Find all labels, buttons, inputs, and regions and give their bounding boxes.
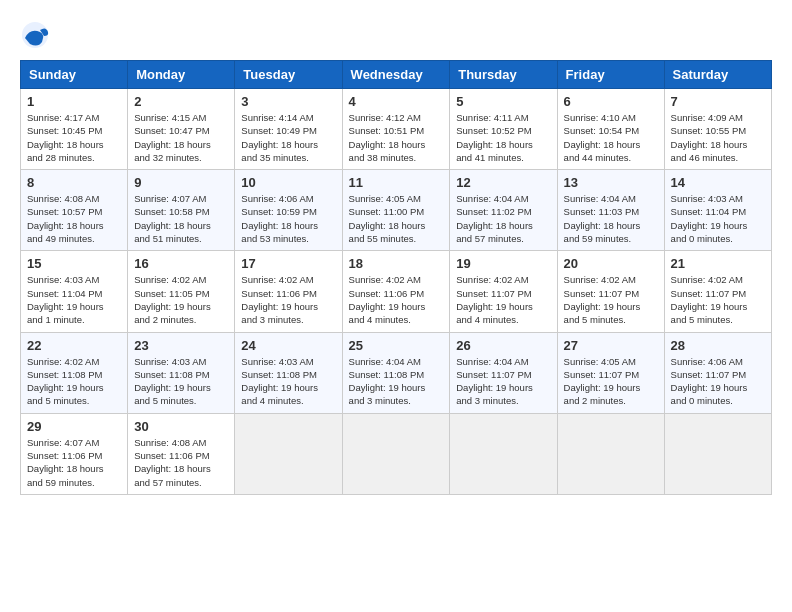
day-number: 21 xyxy=(671,256,765,271)
day-info: Sunrise: 4:04 AM Sunset: 11:02 PM Daylig… xyxy=(456,192,550,245)
calendar-cell: 11Sunrise: 4:05 AM Sunset: 11:00 PM Dayl… xyxy=(342,170,450,251)
day-number: 14 xyxy=(671,175,765,190)
day-info: Sunrise: 4:06 AM Sunset: 11:07 PM Daylig… xyxy=(671,355,765,408)
day-info: Sunrise: 4:03 AM Sunset: 11:08 PM Daylig… xyxy=(134,355,228,408)
day-number: 23 xyxy=(134,338,228,353)
logo-icon xyxy=(20,20,50,50)
day-info: Sunrise: 4:15 AM Sunset: 10:47 PM Daylig… xyxy=(134,111,228,164)
calendar-cell: 15Sunrise: 4:03 AM Sunset: 11:04 PM Dayl… xyxy=(21,251,128,332)
day-info: Sunrise: 4:03 AM Sunset: 11:08 PM Daylig… xyxy=(241,355,335,408)
header-sunday: Sunday xyxy=(21,61,128,89)
day-number: 4 xyxy=(349,94,444,109)
day-number: 20 xyxy=(564,256,658,271)
day-info: Sunrise: 4:02 AM Sunset: 11:07 PM Daylig… xyxy=(671,273,765,326)
day-info: Sunrise: 4:03 AM Sunset: 11:04 PM Daylig… xyxy=(671,192,765,245)
day-number: 10 xyxy=(241,175,335,190)
day-number: 27 xyxy=(564,338,658,353)
day-info: Sunrise: 4:02 AM Sunset: 11:06 PM Daylig… xyxy=(241,273,335,326)
day-info: Sunrise: 4:02 AM Sunset: 11:05 PM Daylig… xyxy=(134,273,228,326)
day-info: Sunrise: 4:06 AM Sunset: 10:59 PM Daylig… xyxy=(241,192,335,245)
day-info: Sunrise: 4:14 AM Sunset: 10:49 PM Daylig… xyxy=(241,111,335,164)
header-tuesday: Tuesday xyxy=(235,61,342,89)
weekday-header-row: Sunday Monday Tuesday Wednesday Thursday… xyxy=(21,61,772,89)
calendar-table: Sunday Monday Tuesday Wednesday Thursday… xyxy=(20,60,772,495)
calendar-cell xyxy=(664,413,771,494)
day-info: Sunrise: 4:04 AM Sunset: 11:03 PM Daylig… xyxy=(564,192,658,245)
calendar-cell: 14Sunrise: 4:03 AM Sunset: 11:04 PM Dayl… xyxy=(664,170,771,251)
day-info: Sunrise: 4:11 AM Sunset: 10:52 PM Daylig… xyxy=(456,111,550,164)
calendar-cell xyxy=(557,413,664,494)
day-number: 17 xyxy=(241,256,335,271)
day-number: 28 xyxy=(671,338,765,353)
header-friday: Friday xyxy=(557,61,664,89)
calendar-cell: 22Sunrise: 4:02 AM Sunset: 11:08 PM Dayl… xyxy=(21,332,128,413)
day-info: Sunrise: 4:05 AM Sunset: 11:00 PM Daylig… xyxy=(349,192,444,245)
day-number: 16 xyxy=(134,256,228,271)
day-info: Sunrise: 4:10 AM Sunset: 10:54 PM Daylig… xyxy=(564,111,658,164)
day-info: Sunrise: 4:02 AM Sunset: 11:07 PM Daylig… xyxy=(564,273,658,326)
day-number: 13 xyxy=(564,175,658,190)
calendar-cell: 16Sunrise: 4:02 AM Sunset: 11:05 PM Dayl… xyxy=(128,251,235,332)
day-info: Sunrise: 4:08 AM Sunset: 11:06 PM Daylig… xyxy=(134,436,228,489)
day-number: 30 xyxy=(134,419,228,434)
day-info: Sunrise: 4:03 AM Sunset: 11:04 PM Daylig… xyxy=(27,273,121,326)
calendar-week-row: 22Sunrise: 4:02 AM Sunset: 11:08 PM Dayl… xyxy=(21,332,772,413)
day-info: Sunrise: 4:08 AM Sunset: 10:57 PM Daylig… xyxy=(27,192,121,245)
day-number: 25 xyxy=(349,338,444,353)
calendar-cell: 10Sunrise: 4:06 AM Sunset: 10:59 PM Dayl… xyxy=(235,170,342,251)
calendar-cell: 1Sunrise: 4:17 AM Sunset: 10:45 PM Dayli… xyxy=(21,89,128,170)
calendar-week-row: 15Sunrise: 4:03 AM Sunset: 11:04 PM Dayl… xyxy=(21,251,772,332)
calendar-cell: 17Sunrise: 4:02 AM Sunset: 11:06 PM Dayl… xyxy=(235,251,342,332)
calendar-cell: 8Sunrise: 4:08 AM Sunset: 10:57 PM Dayli… xyxy=(21,170,128,251)
day-info: Sunrise: 4:04 AM Sunset: 11:07 PM Daylig… xyxy=(456,355,550,408)
day-info: Sunrise: 4:07 AM Sunset: 10:58 PM Daylig… xyxy=(134,192,228,245)
day-info: Sunrise: 4:12 AM Sunset: 10:51 PM Daylig… xyxy=(349,111,444,164)
calendar-cell: 27Sunrise: 4:05 AM Sunset: 11:07 PM Dayl… xyxy=(557,332,664,413)
day-info: Sunrise: 4:02 AM Sunset: 11:07 PM Daylig… xyxy=(456,273,550,326)
calendar-cell: 2Sunrise: 4:15 AM Sunset: 10:47 PM Dayli… xyxy=(128,89,235,170)
day-number: 11 xyxy=(349,175,444,190)
calendar-cell: 29Sunrise: 4:07 AM Sunset: 11:06 PM Dayl… xyxy=(21,413,128,494)
day-number: 18 xyxy=(349,256,444,271)
day-number: 15 xyxy=(27,256,121,271)
calendar-cell: 23Sunrise: 4:03 AM Sunset: 11:08 PM Dayl… xyxy=(128,332,235,413)
day-number: 22 xyxy=(27,338,121,353)
day-number: 5 xyxy=(456,94,550,109)
calendar-cell: 26Sunrise: 4:04 AM Sunset: 11:07 PM Dayl… xyxy=(450,332,557,413)
calendar-cell: 18Sunrise: 4:02 AM Sunset: 11:06 PM Dayl… xyxy=(342,251,450,332)
calendar-cell: 7Sunrise: 4:09 AM Sunset: 10:55 PM Dayli… xyxy=(664,89,771,170)
calendar-cell: 19Sunrise: 4:02 AM Sunset: 11:07 PM Dayl… xyxy=(450,251,557,332)
day-number: 3 xyxy=(241,94,335,109)
page-header xyxy=(20,20,772,50)
day-number: 24 xyxy=(241,338,335,353)
calendar-cell: 30Sunrise: 4:08 AM Sunset: 11:06 PM Dayl… xyxy=(128,413,235,494)
day-number: 2 xyxy=(134,94,228,109)
calendar-cell: 25Sunrise: 4:04 AM Sunset: 11:08 PM Dayl… xyxy=(342,332,450,413)
calendar-cell: 13Sunrise: 4:04 AM Sunset: 11:03 PM Dayl… xyxy=(557,170,664,251)
day-number: 6 xyxy=(564,94,658,109)
day-info: Sunrise: 4:05 AM Sunset: 11:07 PM Daylig… xyxy=(564,355,658,408)
day-info: Sunrise: 4:07 AM Sunset: 11:06 PM Daylig… xyxy=(27,436,121,489)
calendar-cell xyxy=(450,413,557,494)
day-info: Sunrise: 4:17 AM Sunset: 10:45 PM Daylig… xyxy=(27,111,121,164)
calendar-cell: 21Sunrise: 4:02 AM Sunset: 11:07 PM Dayl… xyxy=(664,251,771,332)
day-number: 12 xyxy=(456,175,550,190)
day-number: 8 xyxy=(27,175,121,190)
day-number: 7 xyxy=(671,94,765,109)
calendar-week-row: 29Sunrise: 4:07 AM Sunset: 11:06 PM Dayl… xyxy=(21,413,772,494)
day-info: Sunrise: 4:04 AM Sunset: 11:08 PM Daylig… xyxy=(349,355,444,408)
calendar-cell: 24Sunrise: 4:03 AM Sunset: 11:08 PM Dayl… xyxy=(235,332,342,413)
calendar-cell: 5Sunrise: 4:11 AM Sunset: 10:52 PM Dayli… xyxy=(450,89,557,170)
calendar-week-row: 1Sunrise: 4:17 AM Sunset: 10:45 PM Dayli… xyxy=(21,89,772,170)
calendar-cell: 12Sunrise: 4:04 AM Sunset: 11:02 PM Dayl… xyxy=(450,170,557,251)
day-number: 19 xyxy=(456,256,550,271)
day-number: 9 xyxy=(134,175,228,190)
calendar-cell: 6Sunrise: 4:10 AM Sunset: 10:54 PM Dayli… xyxy=(557,89,664,170)
calendar-cell xyxy=(342,413,450,494)
header-monday: Monday xyxy=(128,61,235,89)
day-number: 26 xyxy=(456,338,550,353)
calendar-cell: 9Sunrise: 4:07 AM Sunset: 10:58 PM Dayli… xyxy=(128,170,235,251)
logo xyxy=(20,20,54,50)
header-thursday: Thursday xyxy=(450,61,557,89)
calendar-week-row: 8Sunrise: 4:08 AM Sunset: 10:57 PM Dayli… xyxy=(21,170,772,251)
